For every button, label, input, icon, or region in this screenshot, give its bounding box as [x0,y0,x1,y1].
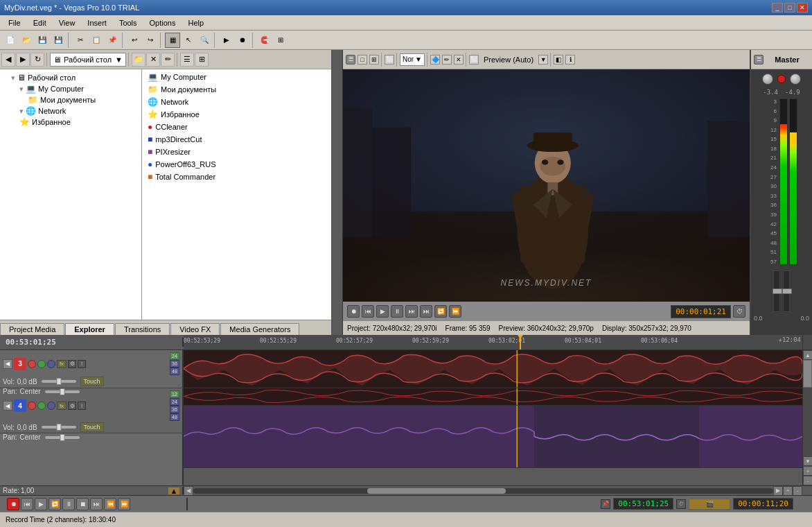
fast-back-btn[interactable]: ⏪ [104,498,116,510]
track4-vol-slider[interactable] [42,426,76,429]
new-folder-button[interactable]: 📁 [132,53,145,67]
track3-mute[interactable] [37,360,46,368]
nav-back-button[interactable]: ◀ [1,53,15,67]
pause-btn[interactable]: ⏸ [62,498,75,510]
menu-tools[interactable]: Tools [114,17,143,28]
file-item-poweroff[interactable]: ● PowerOff63_RUS [142,158,331,171]
preview-zoom-button[interactable]: ⬜ [385,55,394,64]
prev-prev-frame[interactable]: ⏮ [362,305,374,318]
maximize-button[interactable]: □ [784,3,795,12]
track4-fx[interactable]: fx [57,401,67,410]
preview-maximize-button[interactable]: ⬜ [469,55,479,64]
menu-view[interactable]: View [53,17,81,28]
menu-edit[interactable]: Edit [28,17,52,28]
select-tool[interactable]: ▦ [165,33,180,48]
h-scroll-thumb[interactable] [367,488,506,494]
nav-forward-button[interactable]: ▶ [16,53,30,67]
scroll-left[interactable]: ◀ [184,486,193,496]
preview-mode-dropdown[interactable]: Nor ▼ [400,53,425,66]
track4-touch-button[interactable]: Touch [80,422,104,432]
play-loop-btn[interactable]: 🔁 [48,498,61,510]
save-button[interactable]: 💾 [35,33,50,48]
scroll-down[interactable]: ▼ [803,456,812,466]
preview-menu-button[interactable]: ☰ [346,55,355,64]
track3-touch-button[interactable]: Touch [80,377,104,386]
master-fader-left[interactable] [773,270,780,312]
stop-btn[interactable]: ⏹ [76,498,89,510]
refresh-button[interactable]: ↻ [30,53,44,67]
preview-view-button[interactable]: □ [358,55,367,64]
master-clip-indicator[interactable] [777,75,786,83]
play-btn[interactable]: ▶ [35,498,47,510]
prev-go-end[interactable]: ⏭ [420,305,432,318]
master-knob-left[interactable] [762,74,773,85]
tree-item-mydocs[interactable]: 📁 Мои документы [0,94,141,105]
master-fader-right[interactable] [783,270,790,312]
tree-item-network[interactable]: ▾ 🌐 Network [0,105,141,116]
tab-explorer[interactable]: Explorer [65,323,114,335]
rename-button[interactable]: ✏ [161,53,175,67]
menu-options[interactable]: Options [144,17,182,28]
prev-go-start[interactable]: ⏺ [347,305,360,318]
preview-btn3[interactable]: ✕ [454,55,464,64]
master-knob-right[interactable] [790,74,801,85]
go-start-btn[interactable]: ⏮ [21,498,33,510]
scroll-collapse[interactable]: - [803,476,812,485]
close-button[interactable]: ✕ [797,3,808,12]
open-button[interactable]: 📂 [19,33,34,48]
preview-info-button[interactable]: ℹ [565,55,575,64]
menu-help[interactable]: Help [182,17,209,28]
scroll-right[interactable]: ▶ [773,486,783,496]
render-progress-button[interactable]: 🎬 [689,499,730,510]
prev-next-frame[interactable]: ⏭ [405,305,418,318]
file-item-mp3directcut[interactable]: ■ mp3DirectCut [142,133,331,146]
preview-view2-button[interactable]: ⊞ [369,55,379,64]
file-item-network[interactable]: 🌐 Network [142,96,331,108]
preview-split-button[interactable]: ◧ [554,55,563,64]
prev-slow[interactable]: ⏩ [449,305,461,318]
delete-button[interactable]: ✕ [146,53,160,67]
zoom-tool[interactable]: 🔍 [197,33,212,48]
file-item-mydocs[interactable]: 📁 Мои документы [142,83,331,96]
grid-button[interactable]: ⊞ [273,33,288,48]
tree-item-favorites[interactable]: ⭐ Избранное [0,116,141,128]
minimize-button[interactable]: _ [772,3,783,12]
view-list-button[interactable]: ☰ [180,53,194,67]
master-menu-button[interactable]: ☰ [754,55,764,64]
prev-tc-btn[interactable]: ⏱ [733,305,745,318]
preview-btn1[interactable]: 🔷 [430,55,440,64]
cut-button[interactable]: ✂ [73,33,88,48]
prev-loop[interactable]: 🔁 [434,305,447,318]
tree-item-mycomputer[interactable]: ▾ 💻 My Computer [0,83,141,94]
folder-dropdown[interactable]: 🖥 Рабочий стол ▼ [50,53,126,67]
paste-button[interactable]: 📌 [105,33,120,48]
save-as-button[interactable]: 💾 [51,33,66,48]
cursor-tool[interactable]: ↖ [181,33,196,48]
track3-expand[interactable]: ◀ [3,359,12,369]
render-button[interactable]: ▶ [219,33,234,48]
file-item-pixresizer[interactable]: ■ PIXresizer [142,146,331,158]
file-item-totalcommander[interactable]: ■ Total Commander [142,171,331,183]
file-item-ccleaner[interactable]: ● CCleaner [142,121,331,133]
track4-mute[interactable] [37,401,46,410]
preview-btn4[interactable]: ▼ [538,55,548,64]
rate-control[interactable]: ▲ [168,487,179,494]
track4-solo[interactable] [47,401,55,410]
track3-pan-slider[interactable] [45,390,80,393]
prev-pause[interactable]: ⏸ [391,305,403,318]
snap-button[interactable]: 🧲 [257,33,272,48]
track4-record[interactable] [28,401,36,410]
scroll-expand[interactable]: + [803,466,812,476]
menu-file[interactable]: File [3,17,26,28]
track4-settings[interactable]: ⚙ [68,401,76,410]
undo-button[interactable]: ↩ [127,33,142,48]
record-button[interactable]: ⏺ [235,33,250,48]
fader-right-handle[interactable] [782,288,792,294]
tree-item-desktop[interactable]: ▾ 🖥 Рабочий стол [0,72,141,83]
track3-fx[interactable]: fx [57,360,67,368]
track3-record[interactable] [28,360,36,368]
file-item-mycomputer[interactable]: 💻 My Computer [142,71,331,83]
view-icons-button[interactable]: ⊞ [195,53,209,67]
track3-settings[interactable]: ⚙ [68,360,76,368]
new-button[interactable]: 📄 [3,33,18,48]
